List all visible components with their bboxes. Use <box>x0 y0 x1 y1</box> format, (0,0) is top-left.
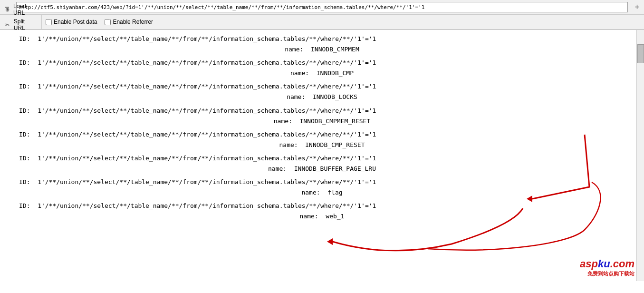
plus-button[interactable]: + <box>630 0 644 14</box>
id-line: ID: 1'/**/union/**/select/**/table_name/… <box>19 81 625 92</box>
name-line: name: web_1 <box>19 211 625 222</box>
result-block: ID: 1'/**/union/**/select/**/table_name/… <box>19 129 625 150</box>
name-line: name: INNODB_LOCKS <box>19 92 625 102</box>
watermark-text: aspku.com <box>580 258 634 270</box>
load-url-label: Load URL <box>13 3 38 16</box>
id-line: ID: 1'/**/union/**/select/**/table_name/… <box>19 153 625 164</box>
enable-post-checkbox[interactable] <box>46 19 52 25</box>
name-line: name: flag <box>19 187 625 198</box>
id-line: ID: 1'/**/union/**/select/**/table_name/… <box>19 106 625 116</box>
load-url-button[interactable]: ⊕ Load URL <box>2 2 39 17</box>
enable-referrer-checkbox-label[interactable]: Enable Referrer <box>105 19 153 25</box>
watermark-subtext: 免费到站点购下载站 <box>580 270 634 277</box>
split-icon: ✂ <box>4 21 11 29</box>
url-field-container <box>14 0 630 14</box>
enable-referrer-label: Enable Referrer <box>113 19 153 25</box>
checkbox-row: Enable Post data Enable Referrer <box>42 15 644 29</box>
name-line: name: INNODB_CMP <box>19 68 625 78</box>
result-block: ID: 1'/**/union/**/select/**/table_name/… <box>19 106 625 127</box>
name-line: name: INNODB_CMPMEM <box>19 44 625 55</box>
url-input[interactable] <box>16 2 628 12</box>
scrollbar-thumb[interactable] <box>637 44 644 63</box>
nav-row: ⊕ Load URL ✂ Split URL ▶ Execute Enable … <box>0 15 644 29</box>
url-row: − + <box>0 0 644 15</box>
id-line: ID: 1'/**/union/**/select/**/table_name/… <box>19 34 625 44</box>
enable-post-checkbox-label[interactable]: Enable Post data <box>46 19 97 25</box>
name-line: name: INNODB_CMP_RESET <box>19 140 625 150</box>
left-nav: ⊕ Load URL ✂ Split URL ▶ Execute <box>0 15 42 29</box>
id-line: ID: 1'/**/union/**/select/**/table_name/… <box>19 58 625 68</box>
id-line: ID: 1'/**/union/**/select/**/table_name/… <box>19 177 625 187</box>
content-area: ID: 1'/**/union/**/select/**/table_name/… <box>0 30 644 281</box>
name-line: name: INNODB_CMPMEM_RESET <box>19 116 625 127</box>
svg-marker-1 <box>327 238 333 245</box>
id-line: ID: 1'/**/union/**/select/**/table_name/… <box>19 129 625 140</box>
result-block: ID: 1'/**/union/**/select/**/table_name/… <box>19 81 625 102</box>
result-block: ID: 1'/**/union/**/select/**/table_name/… <box>19 34 625 55</box>
result-block: ID: 1'/**/union/**/select/**/table_name/… <box>19 201 625 222</box>
result-block: ID: 1'/**/union/**/select/**/table_name/… <box>19 153 625 174</box>
result-block: ID: 1'/**/union/**/select/**/table_name/… <box>19 58 625 78</box>
scrollbar-track[interactable] <box>636 30 644 281</box>
enable-referrer-checkbox[interactable] <box>105 19 111 25</box>
name-line: name: INNODB_BUFFER_PAGE_LRU <box>19 164 625 174</box>
enable-post-label: Enable Post data <box>54 19 97 25</box>
top-section: − + ⊕ Load URL ✂ Split URL ▶ Execute Ena <box>0 0 644 30</box>
result-block: ID: 1'/**/union/**/select/**/table_name/… <box>19 177 625 198</box>
id-line: ID: 1'/**/union/**/select/**/table_name/… <box>19 201 625 211</box>
split-url-label: Split URL <box>14 18 38 31</box>
load-icon: ⊕ <box>4 6 11 13</box>
watermark: aspku.com 免费到站点购下载站 <box>580 258 634 277</box>
content-inner: ID: 1'/**/union/**/select/**/table_name/… <box>0 30 644 229</box>
